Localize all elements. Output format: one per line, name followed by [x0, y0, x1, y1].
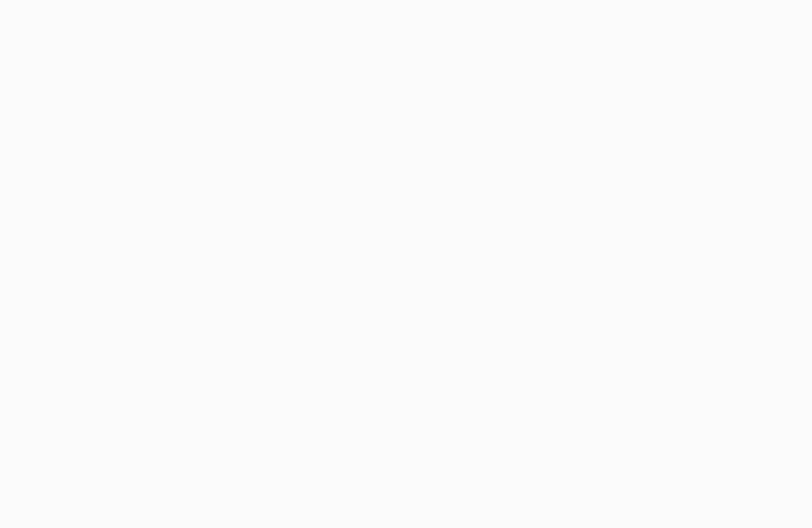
- parking-floor-plan: [0, 0, 812, 528]
